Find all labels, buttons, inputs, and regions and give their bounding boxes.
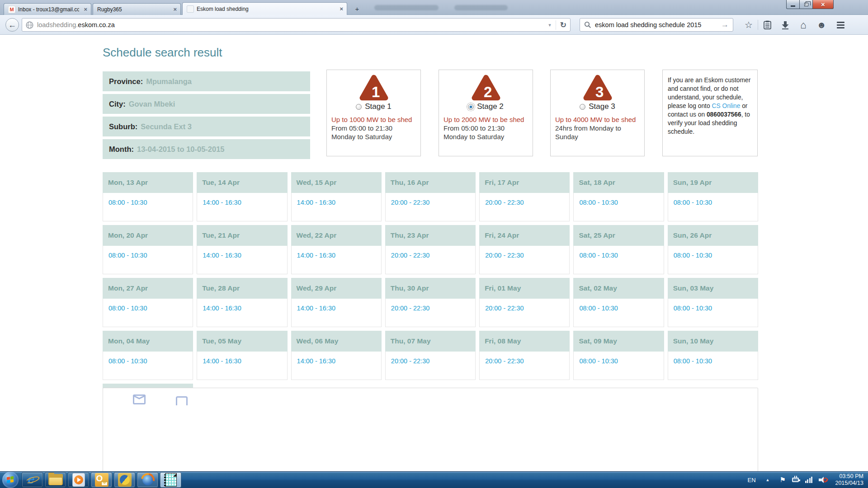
timeslot-link[interactable]: 20:00 - 22:30 (391, 305, 429, 312)
calendar-day-header: Sun, 03 May (668, 278, 758, 299)
timeslot-link[interactable]: 20:00 - 22:30 (485, 357, 524, 365)
timeslot-link[interactable]: 08:00 - 10:30 (108, 199, 147, 206)
stage-2-box: 2 Stage 2 Up to 2000 MW to be shed From … (439, 70, 533, 156)
tab-rugby365[interactable]: Rugby365 × (93, 3, 181, 15)
language-indicator[interactable]: EN (748, 477, 756, 483)
timeslot-link[interactable]: 08:00 - 10:30 (108, 252, 147, 259)
calendar-day-header: Tue, 14 Apr (197, 172, 287, 193)
timeslot-link[interactable]: 08:00 - 10:30 (108, 305, 147, 312)
timeslot-link[interactable]: 14:00 - 16:30 (297, 199, 335, 206)
timeslot-link[interactable]: 20:00 - 22:30 (485, 199, 524, 206)
print-icon[interactable] (176, 396, 188, 405)
calendar-cell: Sun, 03 May 08:00 - 10:30 (668, 278, 758, 327)
taskbar-media-player-button[interactable] (68, 472, 89, 488)
taskbar-internet-explorer-button[interactable]: e (22, 472, 43, 488)
stage-2-radio[interactable] (468, 104, 474, 110)
timeslot-link[interactable]: 08:00 - 10:30 (674, 199, 712, 206)
stage-1-mw-text: Up to 1000 MW to be shed (331, 115, 418, 124)
timeslot-link[interactable]: 08:00 - 10:30 (108, 357, 147, 365)
action-center-flag-icon[interactable]: ⚑ (779, 476, 785, 484)
bookmarks-clipboard-icon[interactable] (758, 20, 776, 29)
timeslot-link[interactable]: 20:00 - 22:30 (391, 199, 429, 206)
bookmark-star-icon[interactable]: ☆ (740, 19, 758, 30)
tab-close-icon[interactable]: × (84, 6, 87, 12)
svg-text:1: 1 (371, 84, 379, 100)
filter-row: City: Govan Mbeki (103, 94, 310, 114)
timeslot-link[interactable]: 20:00 - 22:30 (391, 252, 429, 259)
window-controls: × (786, 0, 834, 9)
restore-button[interactable] (800, 0, 813, 9)
taskbar-outlook-button[interactable]: O (91, 472, 112, 488)
timeslot-link[interactable]: 14:00 - 16:30 (203, 252, 241, 259)
search-go-icon[interactable]: → (721, 20, 729, 29)
network-signal-icon[interactable] (805, 477, 813, 483)
tray-date: 2015/04/13 (835, 480, 863, 487)
timeslot-link[interactable]: 14:00 - 16:30 (297, 305, 335, 312)
new-tab-button[interactable]: + (351, 4, 363, 14)
outlook-icon: O (95, 473, 108, 487)
search-bar[interactable]: eskom load shedding schedule 2015 → (580, 18, 733, 32)
timeslot-link[interactable]: 20:00 - 22:30 (485, 252, 524, 259)
email-icon[interactable] (133, 394, 146, 404)
start-button[interactable] (2, 472, 19, 488)
timeslot-link[interactable]: 08:00 - 10:30 (674, 305, 712, 312)
calendar-cell: Sat, 18 Apr 08:00 - 10:30 (573, 172, 664, 221)
timeslot-link[interactable]: 14:00 - 16:30 (297, 357, 335, 365)
filter-label: City: (109, 100, 126, 108)
back-button[interactable]: ← (5, 18, 19, 32)
power-plug-icon[interactable] (792, 478, 799, 482)
downloads-icon[interactable] (776, 21, 794, 29)
menu-icon[interactable] (830, 22, 850, 28)
calendar-day-header: Thu, 16 Apr (385, 172, 476, 193)
volume-muted-icon[interactable] (819, 476, 828, 483)
timeslot-link[interactable]: 14:00 - 16:30 (203, 305, 241, 312)
smiley-icon[interactable]: ☻ (812, 20, 830, 30)
calendar-day-header: Sat, 25 Apr (573, 225, 664, 246)
stage-1-time-text: From 05:00 to 21:30 (331, 124, 418, 132)
home-icon[interactable]: ⌂ (794, 19, 812, 31)
filter-value: Mpumalanga (146, 77, 192, 86)
gmail-favicon-icon: M (8, 6, 15, 13)
cs-online-link[interactable]: CS Online (712, 103, 740, 109)
tab-close-icon[interactable]: × (173, 6, 177, 12)
hamburger-bars (837, 22, 844, 23)
tab-close-icon[interactable]: × (340, 6, 343, 12)
timeslot-link[interactable]: 14:00 - 16:30 (203, 357, 241, 365)
calendar-cell: Sat, 25 Apr 08:00 - 10:30 (573, 225, 664, 274)
timeslot-link[interactable]: 14:00 - 16:30 (297, 252, 335, 259)
calendar-cell: Fri, 17 Apr 20:00 - 22:30 (479, 172, 570, 221)
tray-expand-icon[interactable]: ▲ (766, 478, 770, 482)
taskbar-firefox-button[interactable] (137, 472, 158, 488)
clock[interactable]: 03:50 PM 2015/04/13 (835, 473, 865, 487)
timeslot-link[interactable]: 08:00 - 10:30 (579, 199, 618, 206)
stage-3-radio[interactable] (580, 104, 585, 110)
calendar-day-header: Sun, 26 Apr (668, 225, 758, 246)
timeslot-link[interactable]: 20:00 - 22:30 (391, 357, 429, 365)
taskbar-notebook-app-button[interactable] (160, 472, 181, 488)
calendar-day-header: Thu, 23 Apr (385, 225, 476, 246)
calendar-cell: Tue, 28 Apr 14:00 - 16:30 (197, 278, 287, 327)
windows-logo-icon (7, 476, 14, 483)
customer-info-box: If you are an Eskom customer and cannot … (662, 70, 758, 156)
search-input-value[interactable]: eskom load shedding schedule 2015 (595, 21, 701, 28)
reload-icon[interactable]: ↻ (556, 20, 566, 30)
timeslot-link[interactable]: 08:00 - 10:30 (674, 252, 712, 259)
taskbar-sync-app-button[interactable] (114, 472, 135, 488)
timeslot-link[interactable]: 20:00 - 22:30 (485, 305, 524, 312)
tab-gmail-inbox[interactable]: M Inbox - troux13@gmail.co... × (4, 3, 91, 15)
close-icon: × (821, 0, 825, 8)
warning-triangle-2-icon: 2 (471, 74, 501, 101)
timeslot-link[interactable]: 08:00 - 10:30 (579, 252, 618, 259)
minimize-button[interactable] (786, 0, 800, 9)
timeslot-link[interactable]: 08:00 - 10:30 (674, 357, 712, 365)
timeslot-link[interactable]: 08:00 - 10:30 (579, 357, 618, 365)
timeslot-link[interactable]: 14:00 - 16:30 (203, 199, 241, 206)
tab-eskom-load-shedding[interactable]: Eskom load shedding × (182, 2, 347, 15)
stage-1-radio[interactable] (356, 104, 362, 110)
taskbar-explorer-button[interactable] (45, 472, 66, 488)
url-dropdown-icon[interactable]: ▾ (548, 22, 551, 28)
close-window-button[interactable]: × (813, 0, 834, 9)
folder-icon (48, 474, 63, 486)
url-bar[interactable]: loadshedding.eskom.co.za ▾ ↻ (22, 18, 571, 32)
timeslot-link[interactable]: 08:00 - 10:30 (579, 305, 618, 312)
